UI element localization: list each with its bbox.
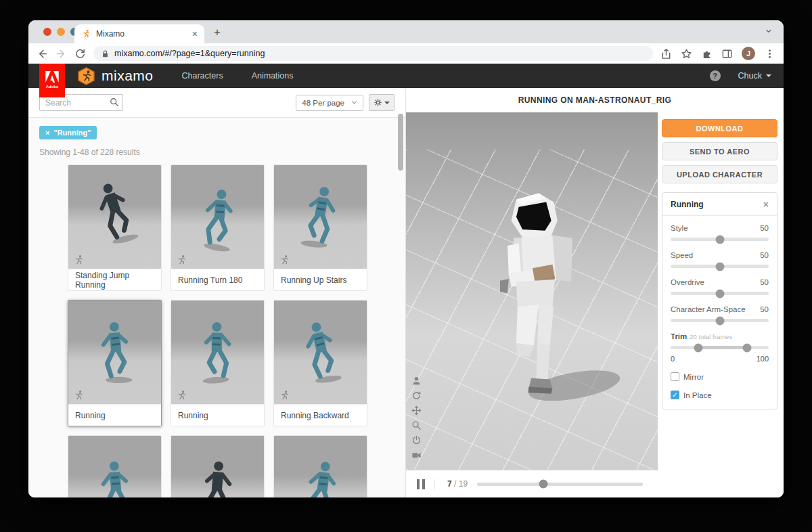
adobe-label: Adobe [46,85,59,89]
trim-range-fill [698,346,748,349]
animation-thumbnail [68,301,161,404]
filter-chip-running[interactable]: × "Running" [39,126,97,139]
share-icon[interactable] [660,48,672,60]
url-bar[interactable]: mixamo.com/#/?page=1&query=running [93,46,653,61]
slider-value: 50 [760,224,769,232]
slider-label: Style [671,224,688,232]
slider-track[interactable] [671,292,769,295]
slider-value: 50 [760,251,769,259]
runner-icon [176,254,187,265]
bookmark-star-icon[interactable] [681,48,692,60]
scrubber-thumb[interactable] [539,480,548,489]
slider-track[interactable] [671,265,769,268]
slider-label: Speed [671,251,693,259]
animation-name: Running [171,404,264,426]
adobe-logo[interactable]: Adobe [39,64,65,97]
animation-thumbnail [274,165,367,269]
slider-track[interactable] [671,319,769,322]
character-figure [193,459,243,497]
tab-close-icon[interactable]: × [192,29,198,39]
back-button[interactable] [37,48,48,60]
animation-card-selected[interactable]: Running [68,300,162,426]
animation-thumbnail [171,301,264,404]
animation-card[interactable] [68,435,162,497]
lock-icon [102,49,109,58]
rotate-icon[interactable] [411,391,422,401]
slider-track[interactable] [671,238,769,241]
mixamo-logo[interactable]: mixamo [77,67,154,85]
browser-tab-mixamo[interactable]: Mixamo × [74,24,204,43]
scrollbar-thumb[interactable] [398,114,403,171]
user-menu[interactable]: Chuck [738,71,771,81]
runner-icon [73,390,84,401]
character-figure [291,316,350,388]
action-sidebar: DOWNLOAD SEND TO AERO UPLOAD CHARACTER R… [658,112,783,497]
settings-gear-button[interactable] [369,94,394,111]
nav-link-characters[interactable]: Characters [182,71,223,81]
slider-thumb[interactable] [715,289,724,298]
runner-icon [176,390,187,401]
tab-list-chevron-icon[interactable] [765,27,773,35]
search-icon [110,97,119,107]
animation-card[interactable] [273,435,367,497]
forward-button[interactable] [55,48,67,60]
pan-icon[interactable] [411,405,422,416]
url-text: mixamo.com/#/?page=1&query=running [114,49,265,58]
pause-button[interactable] [415,479,435,489]
viewport-toolbar [411,376,422,460]
mixamo-navbar: Adobe mixamo Characters Animations ? Chu… [28,64,784,88]
profile-avatar[interactable]: J [742,47,755,60]
trim-track[interactable] [671,346,769,349]
upload-character-button[interactable]: UPLOAD CHARACTER [662,165,777,183]
zoom-icon[interactable] [411,420,422,430]
side-panel-icon[interactable] [721,48,733,60]
animation-thumbnail [171,165,264,269]
animation-card[interactable]: Running [171,300,265,426]
slider-value: 50 [760,278,769,286]
character-figure [190,318,245,387]
animation-card[interactable] [171,435,265,497]
mirror-checkbox[interactable] [671,372,679,381]
3d-viewport[interactable] [406,112,658,470]
send-to-aero-button[interactable]: SEND TO AERO [662,142,777,160]
new-tab-button[interactable]: + [214,26,221,39]
browse-controls: 48 Per page [28,88,405,118]
chip-close-icon[interactable]: × [45,129,49,137]
animation-card[interactable]: Running Up Stairs [273,164,367,291]
per-page-select[interactable]: 48 Per page [296,95,363,111]
window-close-button[interactable] [43,28,51,36]
current-frame: 7 [447,479,452,489]
trim-max-label: 100 [757,355,769,363]
reset-icon[interactable] [411,435,422,445]
playback-bar: 7 / 19 [406,470,658,497]
animation-card[interactable]: Running Backward [273,300,367,426]
animation-card[interactable]: Running Turn 180 [171,164,265,291]
trim-end-thumb[interactable] [743,343,752,352]
character-figure [187,183,248,256]
animation-thumbnail [274,301,367,404]
in-place-label: In Place [683,391,712,399]
in-place-checkbox-row: In Place [671,391,769,399]
animation-grid: Standing Jump Running Running Turn 180 [68,164,366,497]
slider-value: 50 [760,305,769,313]
mixamo-wordmark: mixamo [102,68,154,84]
download-button[interactable]: DOWNLOAD [662,119,777,137]
reload-button[interactable] [74,48,86,60]
slider-thumb[interactable] [715,262,724,271]
nav-link-animations[interactable]: Animations [252,71,294,81]
character-icon[interactable] [411,376,422,386]
slider-thumb[interactable] [715,235,724,244]
window-minimize-button[interactable] [57,28,65,36]
extensions-icon[interactable] [701,48,713,60]
close-icon[interactable]: × [763,199,769,210]
help-icon[interactable]: ? [710,70,721,81]
animation-card[interactable]: Standing Jump Running [68,164,162,291]
in-place-checkbox[interactable] [671,391,679,399]
slider-thumb[interactable] [715,316,724,325]
browser-toolbar: mixamo.com/#/?page=1&query=running J [28,43,784,64]
camera-icon[interactable] [411,450,422,460]
browser-menu-icon[interactable] [764,48,775,60]
timeline-scrubber[interactable] [477,483,643,486]
mirror-label: Mirror [683,373,704,381]
trim-start-thumb[interactable] [694,343,702,352]
